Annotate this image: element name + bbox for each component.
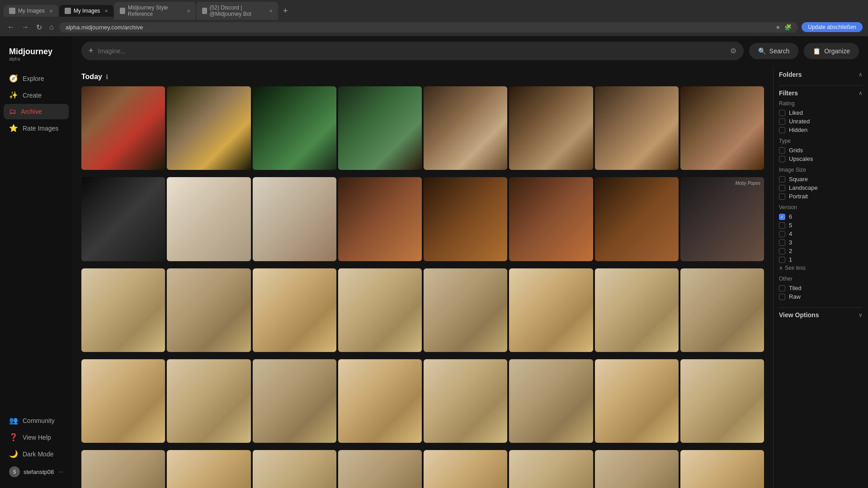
gallery-image[interactable] [424,177,507,261]
see-less-button[interactable]: ∧ See less [779,265,863,271]
version-4-checkbox[interactable] [779,231,785,237]
imagine-input[interactable] [98,47,726,55]
version-1-row[interactable]: 1 [779,256,863,263]
gallery-image[interactable] [167,450,250,488]
size-landscape-checkbox[interactable] [779,185,785,191]
sidebar-item-community[interactable]: 👥 Community [4,413,69,428]
gallery-image[interactable] [509,177,593,261]
version-3-checkbox[interactable] [779,239,785,246]
tab-close-4[interactable]: ✕ [269,9,273,14]
size-square-row[interactable]: Square [779,176,863,183]
sidebar-item-help[interactable]: ❓ View Help [4,429,69,445]
tab-discord[interactable]: (52) Discord | @Midjourney Bot ✕ [197,2,278,20]
rating-unrated-checkbox[interactable] [779,118,785,125]
section-info-icon[interactable]: ℹ [106,73,108,80]
gallery-image[interactable] [509,450,593,488]
gallery-image[interactable] [81,177,165,261]
tab-close-3[interactable]: ✕ [187,9,190,14]
home-button[interactable]: ⌂ [47,21,56,33]
version-5-checkbox[interactable] [779,222,785,229]
rating-liked-checkbox[interactable] [779,110,785,116]
gallery-image[interactable] [253,450,336,488]
gallery-image[interactable] [253,177,336,261]
imagine-settings-icon[interactable]: ⚙ [730,47,736,55]
gallery-image[interactable] [167,359,250,443]
gallery-image[interactable] [424,359,507,443]
gallery-image[interactable] [595,177,679,261]
gallery-image[interactable] [338,177,422,261]
size-square-checkbox[interactable] [779,176,785,183]
version-2-checkbox[interactable] [779,248,785,254]
gallery-image[interactable] [81,359,165,443]
type-grids-checkbox[interactable] [779,147,785,154]
sidebar-item-create[interactable]: ✨ Create [4,87,69,103]
rating-hidden-row[interactable]: Hidden [779,127,863,133]
gallery-image[interactable] [253,86,336,170]
sidebar-item-rate[interactable]: ⭐ Rate Images [4,120,69,136]
size-portrait-checkbox[interactable] [779,193,785,200]
version-6-row[interactable]: 6 [779,213,863,220]
gallery-image[interactable] [167,177,250,261]
version-6-checkbox[interactable] [779,214,785,220]
version-3-row[interactable]: 3 [779,239,863,246]
gallery-image[interactable] [338,450,422,488]
other-raw-checkbox[interactable] [779,294,785,300]
bookmark-icon[interactable]: ★ [775,24,781,31]
tab-my-images-1[interactable]: My Images ✕ [4,5,58,17]
forward-button[interactable]: → [20,21,31,33]
gallery-image[interactable] [509,86,593,170]
version-4-row[interactable]: 4 [779,230,863,237]
gallery-image[interactable] [509,268,593,352]
gallery-image[interactable] [680,268,764,352]
gallery-image[interactable] [253,359,336,443]
tab-style-reference[interactable]: Midjourney Style Reference ✕ [114,2,196,20]
rating-unrated-row[interactable]: Unrated [779,118,863,125]
sidebar-item-archive[interactable]: 🗂 Archive [4,104,69,119]
other-raw-row[interactable]: Raw [779,293,863,300]
new-tab-button[interactable]: + [279,5,292,17]
gallery-image[interactable] [680,359,764,443]
filters-header[interactable]: Filters ∧ [779,89,863,97]
version-5-row[interactable]: 5 [779,222,863,229]
sidebar-item-darkmode[interactable]: 🌙 Dark Mode [4,446,69,462]
version-2-row[interactable]: 2 [779,248,863,254]
extensions-icon[interactable]: 🧩 [784,24,792,31]
gallery-image[interactable] [253,268,336,352]
type-upscales-row[interactable]: Upscales [779,155,863,162]
gallery-image[interactable] [595,268,679,352]
size-landscape-row[interactable]: Landscape [779,184,863,191]
gallery-image[interactable] [680,450,764,488]
back-button[interactable]: ← [5,21,16,33]
gallery-image[interactable] [167,86,250,170]
rating-hidden-checkbox[interactable] [779,127,785,133]
size-portrait-row[interactable]: Portrait [779,193,863,200]
gallery-image[interactable] [595,86,679,170]
search-button[interactable]: 🔍 Search [749,43,798,59]
user-more-button[interactable]: ··· [59,469,63,475]
gallery-image[interactable]: Moby Popes [680,177,764,261]
gallery-image[interactable] [424,268,507,352]
update-button[interactable]: Update abschließen [802,22,863,32]
sidebar-item-explore[interactable]: 🧭 Explore [4,70,69,86]
view-options-header[interactable]: View Options ∨ [779,311,863,319]
tab-close-1[interactable]: ✕ [49,9,53,14]
gallery-image[interactable] [338,268,422,352]
gallery-image[interactable] [167,268,250,352]
gallery-image[interactable] [595,359,679,443]
other-tiled-row[interactable]: Tiled [779,285,863,291]
gallery-image[interactable] [680,86,764,170]
tab-my-images-2[interactable]: My Images ✕ [59,5,114,17]
url-bar[interactable]: alpha.midjourney.com/archive ★ 🧩 [59,22,798,33]
gallery-image[interactable] [338,86,422,170]
tab-close-2[interactable]: ✕ [104,9,108,14]
imagine-bar[interactable]: + ⚙ [81,42,744,60]
reload-button[interactable]: ↻ [34,21,44,33]
gallery-image[interactable] [81,86,165,170]
gallery-image[interactable] [595,450,679,488]
other-tiled-checkbox[interactable] [779,285,785,291]
gallery-image[interactable] [509,359,593,443]
gallery-image[interactable] [81,450,165,488]
imagine-plus-icon[interactable]: + [89,46,94,56]
gallery-image[interactable] [81,268,165,352]
gallery-image[interactable] [424,450,507,488]
